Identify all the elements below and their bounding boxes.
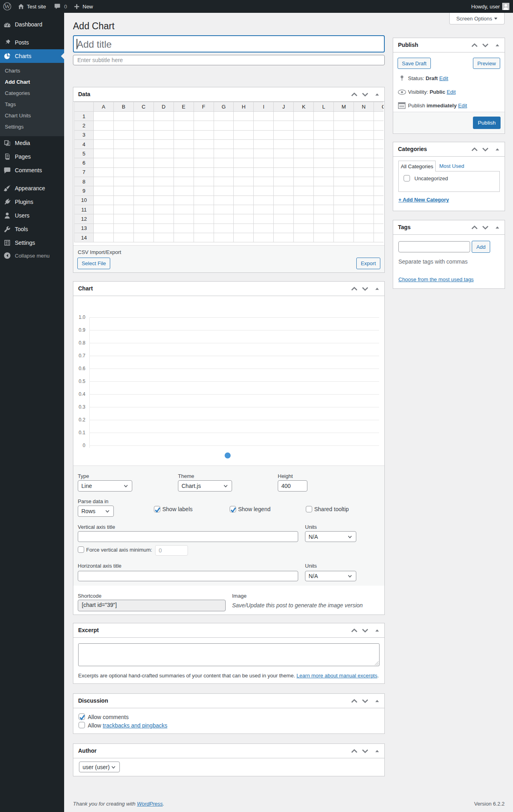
svg-text:0.6: 0.6 [79,366,85,371]
svg-text:0.9: 0.9 [79,327,85,333]
svg-text:0.3: 0.3 [79,404,85,410]
svg-text:0.1: 0.1 [79,430,85,435]
svg-text:0.7: 0.7 [79,353,85,359]
svg-text:0.4: 0.4 [79,391,85,397]
svg-text:1.0: 1.0 [79,314,85,320]
svg-text:0: 0 [83,443,85,448]
svg-text:W: W [4,3,10,10]
svg-text:0.5: 0.5 [79,379,85,384]
svg-text:0.8: 0.8 [79,340,85,346]
svg-text:0.2: 0.2 [79,417,85,423]
